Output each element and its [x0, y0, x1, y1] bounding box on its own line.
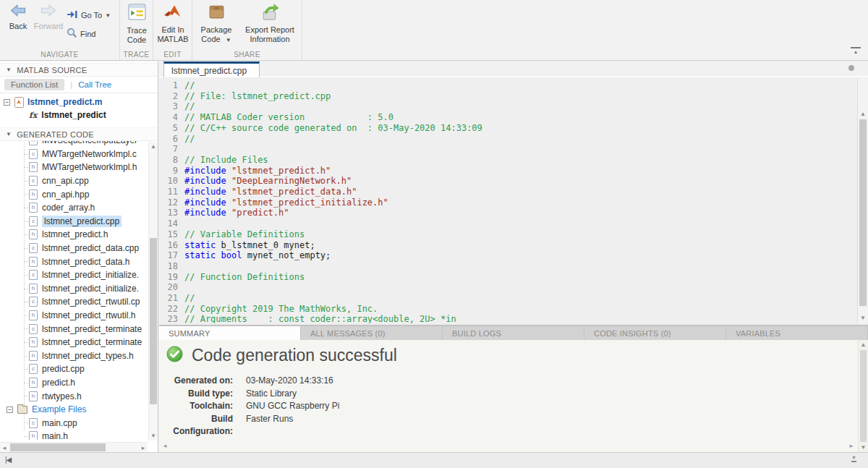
code-line: 18: [159, 261, 857, 272]
panel-tab-all-messages-0[interactable]: ALL MESSAGES (0): [301, 326, 443, 340]
code-text: //: [184, 293, 195, 304]
generated-file-item[interactable]: clstmnet_predict_data.cpp: [0, 242, 158, 255]
generated-file-list: hMWSequenceInputLayercMWTargetNetworkImp…: [0, 141, 158, 440]
sidebar-horizontal-scrollbar[interactable]: ◂ ▸: [0, 442, 148, 452]
file-name: main.h: [42, 431, 68, 440]
file-name: lstmnet_predict_initialize.: [42, 270, 139, 280]
function-list-tab[interactable]: Function List: [4, 79, 64, 90]
scroll-up-icon[interactable]: ▲: [149, 142, 158, 151]
section-collapse-triangle-icon: ▼: [6, 131, 12, 137]
back-button[interactable]: Back: [3, 4, 33, 30]
scrollbar-thumb[interactable]: [10, 443, 106, 451]
expander-minus-icon[interactable]: −: [7, 407, 13, 413]
generated-file-item[interactable]: hpredict.h: [0, 376, 158, 390]
scroll-left-icon[interactable]: ◂: [161, 441, 169, 451]
summary-horizontal-scrollbar[interactable]: ◂ ▸: [159, 441, 857, 451]
scroll-left-icon[interactable]: ◂: [0, 443, 9, 453]
cpp-file-icon: c: [29, 216, 38, 226]
matlab-logo-icon: [163, 3, 182, 23]
code-line: 15// Variable Definitions: [159, 229, 857, 240]
generated-code-section-header[interactable]: ▼ GENERATED CODE: [0, 127, 158, 141]
file-name: cnn_api.hpp: [42, 190, 89, 200]
navigate-group-label: NAVIGATE: [0, 51, 119, 59]
success-check-icon: [166, 346, 183, 365]
generated-file-item[interactable]: clstmnet_predict_rtwutil.cp: [0, 295, 158, 309]
line-number: 23: [159, 314, 178, 323]
example-file-item[interactable]: cmain.cpp: [0, 416, 158, 430]
matlab-coder-report-window: Back Forward Go To ▼ Find: [0, 0, 868, 468]
scrollbar-thumb[interactable]: [859, 119, 867, 306]
package-code-button[interactable]: Package Code ▼: [195, 3, 237, 45]
edit-group-label: EDIT: [153, 51, 192, 59]
call-tree-tab[interactable]: Call Tree: [78, 80, 111, 89]
scroll-down-icon[interactable]: ▼: [858, 313, 868, 323]
generated-file-item[interactable]: hlstmnet_predict_types.h: [0, 349, 158, 363]
forward-button[interactable]: Forward: [33, 4, 64, 30]
scroll-up-icon[interactable]: ▲: [859, 340, 868, 349]
code-line: 12#include "lstmnet_predict_initialize.h…: [159, 197, 857, 208]
generated-file-item[interactable]: clstmnet_predict.cpp: [0, 215, 158, 229]
file-name: lstmnet_predict_types.h: [42, 351, 134, 361]
generated-file-item[interactable]: cpredict.cpp: [0, 362, 158, 376]
panel-tab-variables[interactable]: VARIABLES: [726, 326, 868, 340]
generated-file-item[interactable]: hlstmnet_predict.h: [0, 228, 158, 242]
example-files-folder-item[interactable]: −Example Files: [0, 403, 158, 417]
scroll-right-icon[interactable]: ▸: [139, 443, 148, 453]
panel-tab-build-logs[interactable]: BUILD LOGS: [443, 326, 584, 340]
panel-tab-code-insights-0[interactable]: CODE INSIGHTS (0): [584, 326, 726, 340]
scrollbar-thumb[interactable]: [860, 350, 867, 442]
scrollbar-thumb[interactable]: [150, 238, 157, 404]
generated-file-item[interactable]: cMWTargetNetworkImpl.c: [0, 148, 158, 161]
file-name: rtwtypes.h: [42, 391, 82, 401]
code-text: #include "predict.h": [184, 208, 289, 218]
editor-vertical-scrollbar[interactable]: ▲ ▼: [857, 79, 868, 323]
generated-file-item[interactable]: hMWSequenceInputLayer: [0, 141, 158, 148]
expander-minus-icon[interactable]: −: [4, 99, 10, 106]
summary-title: Code generation successful: [192, 346, 397, 365]
matlab-source-section-header[interactable]: ▼ MATLAB SOURCE: [0, 63, 158, 77]
goto-button[interactable]: Go To ▼: [67, 9, 111, 21]
tab-divider: |: [70, 80, 72, 89]
code-text: // MATLAB Coder version : 5.0: [184, 112, 393, 123]
tab-lstmnet-predict-cpp[interactable]: lstmnet_predict.cpp: [163, 61, 260, 77]
generated-file-item[interactable]: hlstmnet_predict_initialize.: [0, 282, 158, 296]
generated-file-item[interactable]: hlstmnet_predict_rtwutil.h: [0, 309, 158, 323]
generated-file-item[interactable]: clstmnet_predict_terminate: [0, 322, 158, 336]
generated-file-item[interactable]: hcnn_api.hpp: [0, 187, 158, 201]
find-button[interactable]: Find: [67, 27, 95, 40]
summary-row: Toolchain:GNU GCC Raspberry Pi: [166, 400, 339, 413]
code-text: // C/C++ source code generated on : 03-M…: [184, 123, 482, 134]
settings-gear-icon[interactable]: [848, 65, 854, 71]
sidebar-vertical-scrollbar[interactable]: ▲ ▼: [148, 142, 158, 441]
summary-vertical-scrollbar[interactable]: ▲ ▼: [858, 340, 868, 452]
line-number: 4: [159, 112, 178, 123]
generated-file-item[interactable]: hcoder_array.h: [0, 201, 158, 215]
tree-item-source-file[interactable]: − lstmnet_predict.m: [0, 95, 158, 109]
example-file-item[interactable]: hmain.h: [0, 430, 158, 440]
tree-item-function[interactable]: fx lstmnet_predict: [0, 109, 158, 122]
generated-file-item[interactable]: hlstmnet_predict_data.h: [0, 255, 158, 268]
generated-file-item[interactable]: ccnn_api.cpp: [0, 174, 158, 188]
panel-tab-summary[interactable]: SUMMARY: [159, 326, 301, 340]
generated-file-item[interactable]: clstmnet_predict_initialize.: [0, 268, 158, 282]
scroll-down-icon[interactable]: ▼: [859, 443, 868, 452]
generated-file-item[interactable]: hlstmnet_predict_terminate: [0, 336, 158, 349]
expand-panel-icon[interactable]: ▼: [851, 455, 856, 462]
scroll-down-icon[interactable]: ▼: [149, 431, 158, 441]
matlab-file-icon: [14, 97, 24, 108]
code-editor[interactable]: 1//2// File: lstmnet_predict.cpp3//4// M…: [159, 79, 857, 323]
file-name: lstmnet_predict.h: [42, 229, 108, 239]
scroll-up-icon[interactable]: ▲: [858, 109, 868, 119]
export-report-button[interactable]: Export Report Information: [240, 3, 299, 44]
line-number: 9: [159, 166, 178, 176]
section-collapse-triangle-icon: ▼: [6, 67, 12, 73]
trace-code-button[interactable]: Trace Code: [124, 3, 150, 45]
collapse-ribbon-icon[interactable]: ▲: [851, 47, 861, 54]
code-text: // Arguments : const coder::array<double…: [184, 314, 456, 323]
collapse-sidebar-icon[interactable]: |◀: [5, 456, 11, 464]
generated-file-item[interactable]: hMWTargetNetworkImpl.h: [0, 161, 158, 174]
scroll-right-icon[interactable]: ▸: [847, 441, 856, 451]
file-name: cnn_api.cpp: [42, 176, 89, 186]
generated-file-item[interactable]: hrtwtypes.h: [0, 389, 158, 403]
edit-in-matlab-button[interactable]: Edit In MATLAB: [157, 3, 189, 44]
